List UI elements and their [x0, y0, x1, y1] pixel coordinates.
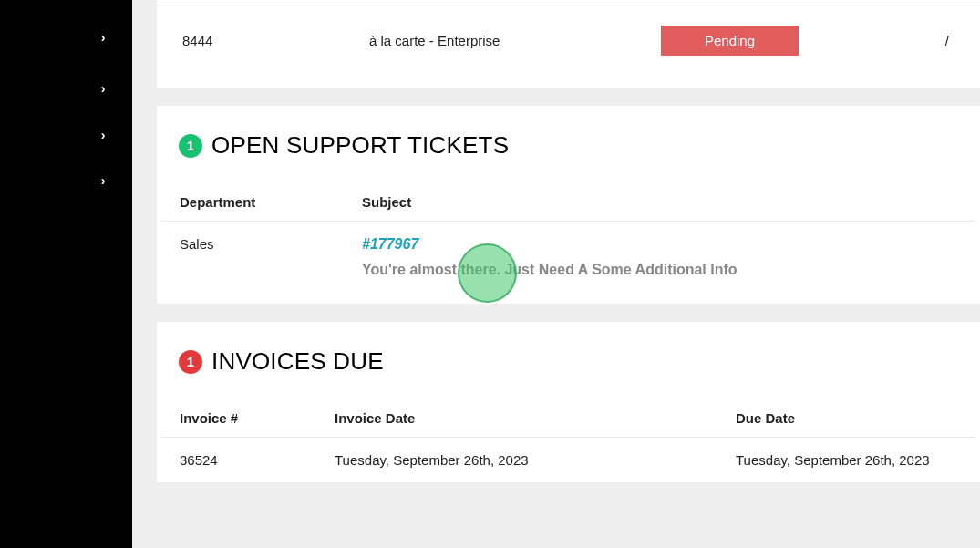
th-invoice-number: Invoice # [180, 410, 335, 426]
ticket-number-link[interactable]: #177967 [362, 236, 957, 253]
tickets-header: 1 OPEN SUPPORT TICKETS [157, 106, 980, 181]
invoices-title: INVOICES DUE [211, 347, 384, 376]
invoices-panel: 1 INVOICES DUE Invoice # Invoice Date Du… [157, 322, 980, 482]
chevron-right-icon: › [101, 173, 106, 188]
order-row[interactable]: 8444 à la carte - Enterprise Pending / [157, 5, 980, 88]
order-action[interactable]: / [945, 33, 960, 48]
sidebar: › › › › [0, 0, 132, 548]
tickets-title: OPEN SUPPORT TICKETS [211, 131, 509, 160]
status-badge-pending: Pending [661, 26, 799, 56]
sidebar-nav-item-2[interactable]: › [98, 83, 108, 94]
main-content: 8444 à la carte - Enterprise Pending / 1… [132, 0, 980, 548]
invoice-date: Tuesday, September 26th, 2023 [335, 452, 736, 468]
chevron-right-icon: › [101, 81, 106, 96]
tickets-table-header: Department Subject [161, 181, 975, 222]
ticket-description: You're almost there. Just Need A Some Ad… [362, 262, 957, 278]
sidebar-nav-item-1[interactable]: › [98, 32, 108, 43]
order-id: 8444 [182, 33, 369, 48]
sidebar-nav-item-3[interactable]: › [98, 129, 108, 140]
th-invoice-date: Invoice Date [335, 410, 736, 426]
tickets-count-badge: 1 [179, 134, 202, 158]
ticket-department: Sales [180, 236, 362, 278]
ticket-subject-cell: #177967 You're almost there. Just Need A… [362, 236, 957, 278]
invoices-count-badge: 1 [179, 350, 202, 374]
chevron-right-icon: › [101, 30, 106, 45]
invoice-number: 36524 [180, 452, 335, 468]
chevron-right-icon: › [101, 128, 106, 142]
orders-panel: 8444 à la carte - Enterprise Pending / [157, 0, 980, 88]
sidebar-nav-item-4[interactable]: › [98, 175, 108, 186]
invoices-header: 1 INVOICES DUE [157, 322, 980, 398]
ticket-row[interactable]: Sales #177967 You're almost there. Just … [161, 222, 975, 304]
invoice-due-date: Tuesday, September 26th, 2023 [736, 452, 957, 468]
order-name: à la carte - Enterprise [369, 33, 661, 48]
invoices-table-header: Invoice # Invoice Date Due Date [161, 398, 975, 438]
invoice-row[interactable]: 36524 Tuesday, September 26th, 2023 Tues… [161, 438, 975, 482]
tickets-panel: 1 OPEN SUPPORT TICKETS Department Subjec… [157, 106, 980, 304]
th-department: Department [180, 194, 362, 210]
th-due-date: Due Date [736, 410, 957, 426]
th-subject: Subject [362, 194, 957, 210]
order-status-cell: Pending [661, 26, 916, 56]
